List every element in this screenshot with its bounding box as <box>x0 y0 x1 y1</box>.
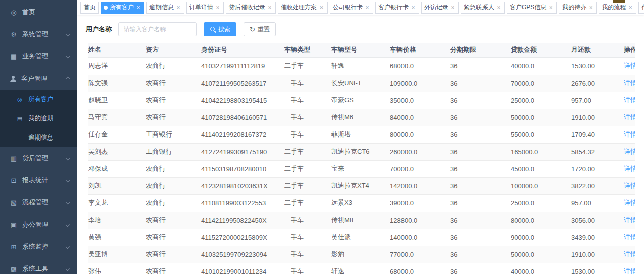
tab-collection-records[interactable]: 贷后催收记录× <box>226 2 276 14</box>
table-row: 李培农商行41142119950822450X二手车传祺M8128800.036… <box>88 212 635 229</box>
tab-label: 客户GPS信息 <box>510 3 546 12</box>
tab-label: 订单详情 <box>189 3 213 12</box>
tab-close-icon[interactable]: × <box>267 5 273 11</box>
cell-loan-amount: 25000.0 <box>511 92 571 109</box>
detail-link[interactable]: 详情 <box>624 165 635 172</box>
sidebar-item-overdue-info[interactable]: 逾期信息 <box>0 128 77 147</box>
tab-customer-bank-card[interactable]: 客户银行卡× <box>375 2 419 14</box>
table-container: 姓名资方身份证号车辆类型车辆型号车辆价格分期期限贷款金额月还款操作 周志洋农商行… <box>77 43 644 274</box>
chevron-down-icon <box>66 223 70 227</box>
detail-link[interactable]: 详情 <box>624 130 635 138</box>
cell-vehicle-price: 70000.0 <box>390 160 450 177</box>
detail-link[interactable]: 详情 <box>624 62 635 70</box>
cell-id-number: 41152720000215809X <box>201 229 284 246</box>
detail-link[interactable]: 详情 <box>624 250 635 258</box>
cell-name: 邓保成 <box>88 160 146 177</box>
tab-close-icon[interactable]: × <box>496 5 502 11</box>
sidebar-item-all-customers[interactable]: ◎所有客户 <box>0 90 77 109</box>
tab-customer-gps[interactable]: 客户GPS信息× <box>507 2 557 14</box>
tab-close-icon[interactable]: × <box>627 5 633 11</box>
chevron-down-icon <box>66 156 70 160</box>
cell-vehicle-price: 128800.0 <box>390 212 450 229</box>
detail-link[interactable]: 详情 <box>624 216 635 224</box>
tab-close-icon[interactable]: × <box>318 5 325 11</box>
tab-overdue-info[interactable]: 逾期信息× <box>146 2 184 14</box>
cell-id-number: 410327199111112819 <box>201 57 284 75</box>
cell-vehicle-price: 140000.0 <box>390 229 450 246</box>
sidebar-item-post-loan[interactable]: ▥贷后管理 <box>0 147 77 169</box>
column-header-loan-amount: 贷款金额 <box>511 43 571 57</box>
cell-vehicle-type: 二手车 <box>284 194 331 212</box>
tab-close-icon[interactable]: × <box>588 5 594 11</box>
cell-name: 李文龙 <box>88 194 146 212</box>
table-row: 赵晓卫农商行410422198803195415二手车帝豪GS35000.036… <box>88 92 635 109</box>
sidebar-item-label: 逾期信息 <box>28 133 53 142</box>
detail-link[interactable]: 详情 <box>624 148 635 155</box>
cell-vehicle-type: 二手车 <box>284 212 331 229</box>
main-area: 首页所有客户×逾期信息×订单详情×贷后催收记录×催收处理方案×公司银行卡×客户银… <box>77 0 644 274</box>
cell-loan-amount: 50000.0 <box>511 109 571 126</box>
tab-sign-tasks[interactable]: 代签任务× <box>638 2 644 14</box>
cell-action: 详情 <box>624 263 635 274</box>
tab-close-icon[interactable]: × <box>548 5 554 11</box>
sidebar-item-monitor[interactable]: ⊞系统监控 <box>0 236 77 258</box>
column-header-vehicle-model: 车辆型号 <box>331 43 390 57</box>
detail-link[interactable]: 详情 <box>624 199 635 207</box>
cell-action: 详情 <box>624 212 635 229</box>
tab-company-bank-card[interactable]: 公司银行卡× <box>330 2 373 14</box>
sidebar: ◎首页⚙系统管理▦业务管理客户管理◎所有客户▤我的逾期逾期信息▥贷后管理⊡报表统… <box>0 0 77 274</box>
gear-icon: ⚙ <box>10 31 18 38</box>
cell-name: 张伟 <box>88 263 146 274</box>
cell-funder: 工商银行 <box>146 143 201 160</box>
sidebar-item-customer[interactable]: 客户管理 <box>0 67 77 90</box>
detail-link[interactable]: 详情 <box>624 267 635 274</box>
cell-funder: 农商行 <box>146 92 201 109</box>
detail-link[interactable]: 详情 <box>624 233 635 241</box>
tab-collection-plan[interactable]: 催收处理方案× <box>278 2 328 14</box>
tab-visit-records[interactable]: 外访记录× <box>421 2 459 14</box>
tab-my-todo[interactable]: 我的待办× <box>559 2 597 14</box>
cell-name: 马守宾 <box>88 109 146 126</box>
sidebar-item-my-overdue[interactable]: ▤我的逾期 <box>0 109 77 128</box>
cell-funder: 农商行 <box>146 57 201 75</box>
sidebar-item-label: 我的逾期 <box>28 114 53 123</box>
sidebar-item-office[interactable]: ▣办公管理 <box>0 214 77 236</box>
sidebar-item-process[interactable]: ▧流程管理 <box>0 191 77 214</box>
reset-button[interactable]: ↻ 重置 <box>244 22 276 36</box>
tab-close-icon[interactable]: × <box>175 5 181 11</box>
tab-home[interactable]: 首页 <box>80 2 99 14</box>
tab-all-customers[interactable]: 所有客户× <box>101 2 144 14</box>
cell-vehicle-type: 二手车 <box>284 75 331 92</box>
tab-close-icon[interactable]: × <box>410 5 416 11</box>
content-panel: 用户名称 搜索 ↻ 重置 姓名资方身份 <box>77 15 644 274</box>
tab-emergency-contacts[interactable]: 紧急联系人× <box>461 2 505 14</box>
tab-my-process[interactable]: 我的流程× <box>599 2 636 14</box>
sidebar-item-home[interactable]: ◎首页 <box>0 1 77 23</box>
detail-link[interactable]: 详情 <box>624 79 635 87</box>
grid-icon: ▦ <box>10 53 18 60</box>
sidebar-item-reports[interactable]: ⊡报表统计 <box>0 169 77 191</box>
cell-loan-amount: 70000.0 <box>511 75 571 92</box>
sidebar-item-label: 报表统计 <box>22 176 48 185</box>
customer-name-input[interactable] <box>118 22 197 36</box>
table-header-row: 姓名资方身份证号车辆类型车辆型号车辆价格分期期限贷款金额月还款操作 <box>88 43 635 57</box>
sidebar-item-business[interactable]: ▦业务管理 <box>0 45 77 67</box>
tab-close-icon[interactable]: × <box>135 5 141 11</box>
tab-close-icon[interactable]: × <box>364 5 370 11</box>
sidebar-item-tools[interactable]: ▩系统工具 <box>0 258 77 274</box>
detail-link[interactable]: 详情 <box>624 182 635 189</box>
table-row: 吴刘杰工商银行412724199309175190二手车凯迪拉克CT626000… <box>88 143 635 160</box>
avatar-fragment[interactable] <box>613 0 625 3</box>
tab-close-icon[interactable]: × <box>450 5 456 11</box>
cell-id-number: 410325199709223094 <box>201 246 284 263</box>
active-tab-dot-icon <box>104 6 108 10</box>
cell-installment-term: 36 <box>450 229 511 246</box>
detail-link[interactable]: 详情 <box>624 96 635 104</box>
column-header-vehicle-price: 车辆价格 <box>390 43 450 57</box>
search-button[interactable]: 搜索 <box>204 22 236 36</box>
tab-order-detail[interactable]: 订单详情× <box>186 2 224 14</box>
detail-link[interactable]: 详情 <box>624 113 635 121</box>
tab-close-icon[interactable]: × <box>215 5 221 11</box>
sidebar-item-system[interactable]: ⚙系统管理 <box>0 23 77 45</box>
cell-installment-term: 36 <box>450 194 511 212</box>
